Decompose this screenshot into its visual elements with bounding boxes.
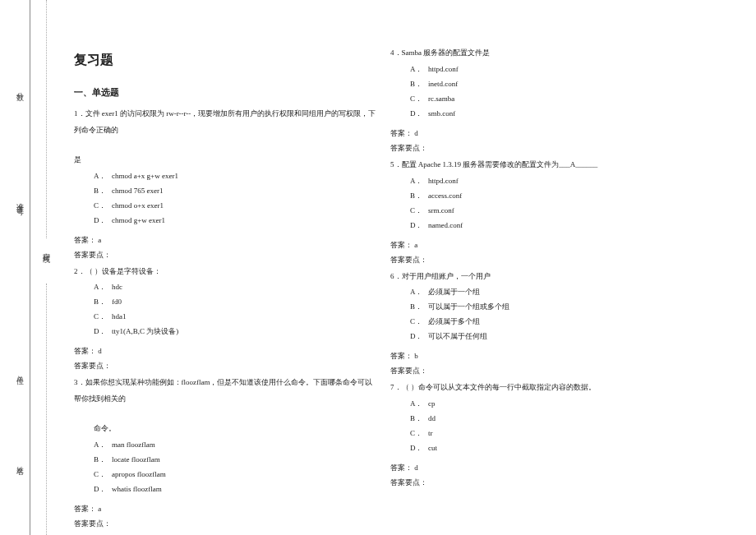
- q4-optA: httpd.conf: [428, 65, 459, 73]
- margin-label-name: 姓名: [15, 460, 25, 464]
- q7-optB: dd: [428, 414, 436, 422]
- q3-optC: apropos floozflam: [112, 470, 166, 478]
- question-4: 4．Samba 服务器的配置文件是 A．httpd.conf B．inetd.c…: [390, 45, 719, 155]
- q4-explain: 答案要点：: [390, 141, 719, 155]
- q6-optA: 必须属于一个组: [428, 288, 480, 296]
- q4-text: Samba 服务器的配置文件是: [402, 48, 491, 57]
- q3-options: A．man floozflam B．locate floozflam C．apr…: [74, 437, 378, 496]
- q4-answer: 答案： d: [390, 126, 719, 141]
- right-column: 4．Samba 服务器的配置文件是 A．httpd.conf B．inetd.c…: [390, 45, 719, 491]
- q7-explain: 答案要点：: [390, 475, 719, 490]
- exam-page: 分数 准考证号 单位 姓名 密封线 复习题 一、单选题 1．文件 exer1 的…: [0, 0, 756, 535]
- q5-options: A．httpd.conf B．access.conf C．srm.conf D．…: [390, 173, 719, 233]
- q4-options: A．httpd.conf B．inetd.conf C．rc.samba D．s…: [390, 62, 719, 121]
- q7-text: （ ）命令可以从文本文件的每一行中截取指定内容的数据。: [402, 383, 596, 391]
- q2-explain: 答案要点：: [74, 358, 378, 373]
- q5-number: 5．: [390, 160, 402, 168]
- q7-number: 7．: [390, 383, 402, 391]
- q1-optD: chmod g+w exer1: [112, 216, 165, 224]
- question-1: 1．文件 exer1 的访问权限为 rw-r--r--，现要增加所有用户的执行权…: [74, 106, 378, 261]
- q4-optC: rc.samba: [428, 95, 454, 103]
- vertical-rule: [30, 0, 30, 535]
- opt-label-b: B．: [94, 183, 112, 198]
- section-title: 一、单选题: [74, 85, 378, 100]
- q3-text: 如果你想实现某种功能例如：floozflam，但是不知道该使用什么命令。下面哪条…: [74, 378, 373, 403]
- question-5: 5．配置 Apache 1.3.19 服务器需要修改的配置文件为___A____…: [390, 157, 719, 267]
- q4-optD: smb.conf: [428, 109, 455, 118]
- q1-options: A．chmod a+x g+w exer1 B．chmod 765 exer1 …: [74, 168, 378, 228]
- q6-explain: 答案要点：: [390, 363, 719, 378]
- q4-optB: inetd.conf: [428, 80, 458, 88]
- q7-optD: cut: [428, 444, 437, 452]
- left-column: 复习题 一、单选题 1．文件 exer1 的访问权限为 rw-r--r--，现要…: [74, 49, 378, 533]
- q1-answer: 答案： a: [74, 233, 378, 247]
- binding-margin: 分数 准考证号 单位 姓名 密封线: [0, 0, 49, 535]
- q2-number: 2．: [74, 267, 85, 275]
- q2-answer: 答案： d: [74, 344, 378, 358]
- q5-optA: httpd.conf: [428, 177, 459, 185]
- question-7: 7．（ ）命令可以从文本文件的每一行中截取指定内容的数据。 A．cp B．dd …: [390, 380, 719, 490]
- q5-optB: access.conf: [428, 191, 462, 200]
- document-title: 复习题: [74, 49, 378, 71]
- q2-optA: hdc: [112, 283, 122, 291]
- q6-options: A．必须属于一个组 B．可以属于一个组或多个组 C．必须属于多个组 D．可以不属…: [390, 284, 719, 344]
- q5-answer: 答案： a: [390, 238, 719, 252]
- q6-optB: 可以属于一个组或多个组: [428, 302, 509, 311]
- question-2: 2．（ ）设备是字符设备： A．hdc B．fd0 C．hda1 D．tty1(…: [74, 264, 378, 374]
- dotted-line-bottom: [46, 284, 47, 535]
- q1-text: 文件 exer1 的访问权限为 rw-r--r--，现要增加所有用户的执行权限和…: [74, 109, 376, 134]
- q2-optB: fd0: [112, 297, 122, 306]
- q3-explain: 答案要点：: [74, 516, 378, 531]
- q7-answer: 答案： d: [390, 460, 719, 475]
- q4-number: 4．: [390, 48, 402, 57]
- q2-optC: hda1: [112, 312, 127, 321]
- q6-number: 6．: [390, 272, 402, 280]
- q7-options: A．cp B．dd C．tr D．cut: [390, 396, 719, 455]
- question-3: 3．如果你想实现某种功能例如：floozflam，但是不知道该使用什么命令。下面…: [74, 375, 378, 530]
- q1-optA: chmod a+x g+w exer1: [112, 172, 178, 180]
- opt-label-d: D．: [94, 213, 112, 228]
- q6-optC: 必须属于多个组: [428, 317, 480, 325]
- opt-label-c: C．: [94, 198, 112, 213]
- q1-number: 1．: [74, 109, 85, 118]
- q3-optB: locate floozflam: [112, 455, 160, 464]
- q5-optD: named.conf: [428, 221, 463, 229]
- q3-optA: man floozflam: [112, 440, 155, 449]
- q1-stem-cont: 是: [74, 152, 378, 168]
- q2-text: （ ）设备是字符设备：: [85, 267, 161, 275]
- q2-optD: tty1(A,B,C 为块设备): [112, 327, 178, 335]
- dotted-line-top: [46, 0, 47, 238]
- q6-answer: 答案： b: [390, 348, 719, 363]
- q7-optA: cp: [428, 399, 436, 408]
- q6-optD: 可以不属于任何组: [428, 332, 487, 340]
- q1-explain: 答案要点：: [74, 247, 378, 262]
- q1-optB: chmod 765 exer1: [112, 187, 163, 195]
- margin-label-examid: 准考证号: [15, 197, 25, 204]
- q3-number: 3．: [74, 378, 85, 386]
- opt-label-a: A．: [94, 168, 112, 183]
- q2-options: A．hdc B．fd0 C．hda1 D．tty1(A,B,C 为块设备): [74, 279, 378, 339]
- q7-optC: tr: [428, 429, 433, 437]
- q5-optC: srm.conf: [428, 206, 454, 214]
- q3-optD: whatis floozflam: [112, 485, 162, 493]
- q1-stem: 1．文件 exer1 的访问权限为 rw-r--r--，现要增加所有用户的执行权…: [74, 106, 378, 139]
- margin-label-unit: 单位: [15, 370, 25, 373]
- q5-explain: 答案要点：: [390, 252, 719, 267]
- q3-answer: 答案： a: [74, 501, 378, 516]
- q1-optC: chmod o+x exer1: [112, 201, 164, 210]
- question-6: 6．对于用户组账户，一个用户 A．必须属于一个组 B．可以属于一个组或多个组 C…: [390, 269, 719, 379]
- seal-line-label: 密封线: [41, 247, 52, 251]
- q3-stem-cont: 命令。: [74, 421, 378, 437]
- q5-text: 配置 Apache 1.3.19 服务器需要修改的配置文件为___A______: [402, 160, 598, 168]
- margin-label-score: 分数: [15, 86, 25, 90]
- q6-text: 对于用户组账户，一个用户: [402, 272, 491, 280]
